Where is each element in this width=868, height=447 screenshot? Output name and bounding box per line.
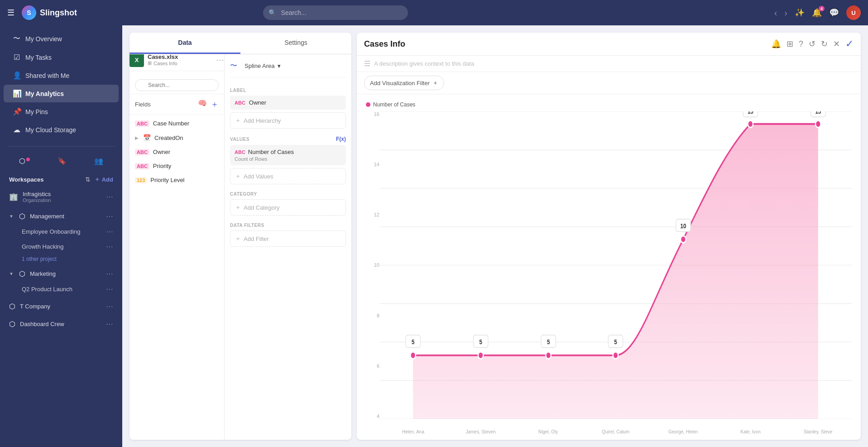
more-icon[interactable]: ⋯: [106, 285, 113, 293]
more-icon[interactable]: ⋯: [106, 192, 113, 201]
sparkle-icon[interactable]: ✨: [795, 8, 805, 18]
workspace-item-tcompany[interactable]: ⬡ T Company ⋯: [0, 298, 122, 314]
main-layout: 〜 My Overview ☑ My Tasks 👤 Shared with M…: [0, 25, 868, 447]
workspace-item-marketing[interactable]: ▼ ⬡ Marketing ⋯: [0, 266, 122, 282]
sub-item-label: Q2 Product Launch: [22, 286, 72, 293]
workspace-item-management[interactable]: ▼ ⬡ Management ⋯: [0, 208, 122, 224]
tab-data[interactable]: Data: [129, 33, 240, 54]
check-icon[interactable]: ✓: [845, 38, 854, 50]
workspace-tab-bookmark[interactable]: 🔖: [52, 154, 72, 168]
workspaces-title: Workspaces: [9, 176, 43, 183]
sub-item-growth-hacking[interactable]: Growth Hacking ⋯: [0, 239, 122, 254]
chart-legend: Number of Cases: [366, 101, 852, 108]
redo-icon[interactable]: ↻: [821, 39, 828, 49]
field-item-created-on[interactable]: ▶ 📅 CreatedOn: [129, 130, 224, 145]
workspace-item-infragistics[interactable]: 🏢 Infragistics Organization ⋯: [0, 187, 122, 207]
add-values-button[interactable]: ＋ Add Values: [230, 168, 346, 184]
config-values-field[interactable]: ABC Number of Cases Count of Rows: [230, 145, 346, 165]
panel-body: X Cases.xlsx ⊞ Cases Info ⋯: [129, 54, 351, 440]
data-label-3: 5: [614, 338, 617, 346]
chart-type-label: Spline Area: [245, 62, 275, 69]
more-icon[interactable]: ⋯: [106, 212, 113, 221]
add-field-icon[interactable]: ＋: [211, 99, 219, 110]
content-area: Data Settings X Cases.xlsx: [122, 25, 868, 447]
workspace-group-management: ▼ ⬡ Management ⋯ Employee Onboarding ⋯ G…: [0, 208, 122, 264]
avatar[interactable]: U: [846, 5, 861, 20]
search-input[interactable]: [263, 5, 408, 20]
field-item-priority[interactable]: ABC Priority: [129, 159, 224, 173]
add-workspace-button[interactable]: ＋ Add: [94, 175, 113, 183]
sidebar-item-analytics[interactable]: 📊 My Analytics: [4, 85, 119, 102]
close-icon[interactable]: ✕: [833, 39, 840, 49]
datasource-more-icon[interactable]: ⋯: [216, 55, 224, 65]
y-label-12: 12: [366, 212, 379, 217]
fields-search-input[interactable]: [135, 79, 219, 91]
help-icon[interactable]: ?: [799, 39, 803, 49]
section-label-label: LABEL: [230, 88, 346, 93]
add-filter-button[interactable]: ＋ Add Filter: [230, 231, 346, 247]
button-label: Add Hierarchy: [244, 117, 281, 124]
config-label-field[interactable]: ABC Owner: [230, 96, 346, 110]
workspace-tab-layers[interactable]: ⬡: [14, 154, 35, 168]
add-category-button[interactable]: ＋ Add Category: [230, 199, 346, 216]
data-label-0: 5: [412, 338, 415, 346]
sidebar-item-pins[interactable]: 📌 My Pins: [4, 103, 119, 120]
more-icon[interactable]: ⋯: [106, 302, 113, 311]
sidebar-item-shared[interactable]: 👤 Shared with Me: [4, 67, 119, 84]
more-icon[interactable]: ⋯: [106, 227, 113, 236]
workspace-group-tcompany: ⬡ T Company ⋯: [0, 298, 122, 314]
y-label-4: 4: [366, 413, 379, 419]
dashboard-crew-icon: ⬡: [9, 320, 15, 328]
field-item-priority-level[interactable]: 123 Priority Level: [129, 173, 224, 187]
add-hierarchy-button[interactable]: ＋ Add Hierarchy: [230, 112, 346, 129]
field-label: CreatedOn: [154, 135, 183, 141]
data-point-3: [613, 352, 619, 359]
workspace-item-dashboard-crew[interactable]: ⬡ Dashboard Crew ⋯: [0, 316, 122, 332]
avatar-image: U: [846, 5, 861, 20]
workspace-tab-people[interactable]: 👥: [89, 154, 109, 168]
workspace-group-marketing: ▼ ⬡ Marketing ⋯ Q2 Product Launch ⋯: [0, 266, 122, 297]
layers-icon: ⬡: [19, 157, 25, 165]
field-item-owner[interactable]: ABC Owner: [129, 145, 224, 159]
button-label: Add Category: [244, 204, 280, 211]
brain-icon[interactable]: 🧠: [198, 99, 207, 110]
data-label-5: 15: [748, 111, 753, 115]
undo-icon[interactable]: ↺: [809, 39, 815, 49]
sidebar-item-tasks[interactable]: ☑ My Tasks: [4, 48, 119, 66]
x-label-6: Stanley, Steve: [784, 429, 852, 434]
sidebar-nav: 〜 My Overview ☑ My Tasks 👤 Shared with M…: [0, 25, 122, 143]
sub-item-q2[interactable]: Q2 Product Launch ⋯: [0, 282, 122, 297]
grid-icon[interactable]: ⊞: [786, 39, 793, 49]
fields-search[interactable]: 🔍: [129, 77, 224, 94]
menu-icon[interactable]: ☰: [7, 8, 14, 18]
tab-settings[interactable]: Settings: [240, 33, 351, 54]
more-icon[interactable]: ⋯: [106, 242, 113, 251]
viz-title-input[interactable]: [364, 39, 767, 49]
field-item-case-number[interactable]: ABC Case Number: [129, 116, 224, 130]
sub-item-employee-onboarding[interactable]: Employee Onboarding ⋯: [0, 224, 122, 239]
field-type-badge: 📅: [143, 134, 151, 141]
nav-forward-button[interactable]: ›: [784, 8, 787, 18]
notification-bell-icon[interactable]: 🔔 4: [812, 8, 822, 18]
global-search[interactable]: 🔍: [263, 5, 408, 20]
chart-svg: 5 5 5 5 10 15: [379, 111, 852, 419]
add-visualization-filter-button[interactable]: Add Visualization Filter ＋: [364, 76, 444, 90]
expand-icon[interactable]: ▶: [135, 135, 139, 140]
more-icon[interactable]: ⋯: [106, 320, 113, 328]
more-icon[interactable]: ⋯: [106, 269, 113, 278]
nav-back-button[interactable]: ‹: [774, 8, 777, 18]
message-icon[interactable]: 💬: [829, 8, 839, 18]
data-point-5: [748, 120, 753, 127]
search-icon: 🔍: [269, 9, 276, 16]
sidebar-item-overview[interactable]: 〜 My Overview: [4, 29, 119, 48]
sidebar-item-cloud[interactable]: ☁ My Cloud Storage: [4, 121, 119, 139]
data-point-4: [681, 236, 686, 243]
chart-type-button[interactable]: Spline Area ▾: [240, 60, 285, 72]
chevron-down-icon: ▼: [9, 271, 14, 276]
data-point-1: [478, 352, 484, 359]
fx-link[interactable]: F(x): [336, 136, 346, 142]
sort-icon[interactable]: ⇅: [85, 176, 91, 183]
alarm-icon[interactable]: 🔔: [771, 39, 781, 49]
config-panel: 〜 Spline Area ▾ LABEL ABC Owner: [225, 54, 351, 440]
other-projects-link[interactable]: 1 other project: [0, 254, 122, 264]
